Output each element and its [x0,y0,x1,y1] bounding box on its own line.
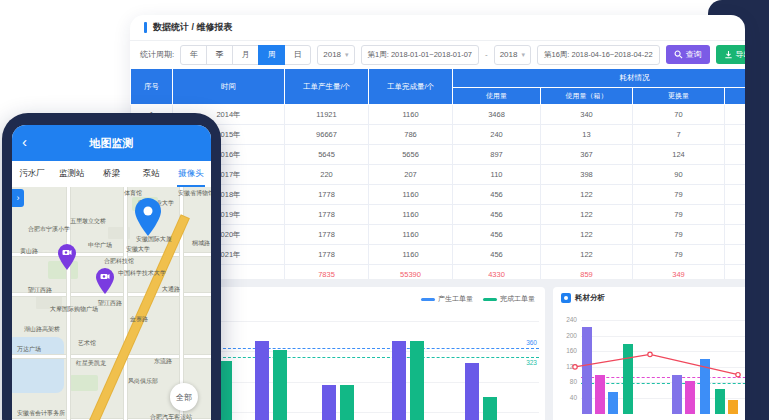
workorder-chart-plot: 360323 [212,287,545,420]
table-cell: 122 [541,185,633,205]
map-road [124,187,127,420]
y-axis-tick-label: 120 [557,363,577,370]
report-table: 序号时间工单产生量/个工单完成量/个耗材情况使用量使用量（箱）更换量金额1201… [130,68,745,305]
bar-generated [392,341,406,420]
table-row[interactable]: 72020年177811604561227967 [131,225,746,245]
map-label: 安徽省博物馆 [178,189,211,198]
table-cell: 124 [633,145,725,165]
table-cell: 79 [633,245,725,265]
export-button-label: 导出Excel [736,49,745,60]
phone-tab[interactable]: 桥梁 [92,161,132,187]
query-button[interactable]: 查询 [666,45,710,64]
table-row[interactable]: 82021年177811604561227967 [131,245,746,265]
phone-tab[interactable]: 泵站 [131,161,171,187]
map-label: 望江西路 [98,299,122,308]
period-option[interactable]: 周 [258,45,285,65]
map-label: 中国科学技术大学 [118,269,166,278]
export-excel-button[interactable]: 导出Excel [716,45,745,64]
table-cell: 3468 [453,105,541,125]
consumable-bar [700,359,710,414]
map-label: 风尚俱乐部 [128,377,158,386]
all-filter-button[interactable]: 全部 [170,383,198,411]
gridline [218,321,539,322]
table-cell: 1778 [285,205,369,225]
consumable-bar [623,344,633,414]
table-cell: 456 [453,185,541,205]
table-cell: 1778 [285,185,369,205]
map-view[interactable]: 体育馆安徽农业大学安徽省博物馆五里墩立交桥合肥市宁溪小学桐城路安徽国际大厦黄山路… [12,187,211,420]
phone-app-header: ‹ 地图监测 [12,125,211,161]
phone-mockup: ‹ 地图监测 污水厂监测站桥梁泵站摄像头 体育馆安徽农业大学安徽省博物馆五里 [2,113,221,420]
camera-pin[interactable] [56,243,78,271]
table-cell: 79 [633,205,725,225]
week-to-field[interactable]: 第16周: 2018-04-16~2018-04-22 [537,45,660,65]
map-label: 万达广场 [17,345,41,354]
bar-generated [465,363,479,420]
table-cell: 1160 [369,245,453,265]
consumable-bar [672,375,682,414]
map-label: 合肥科技馆 [104,257,134,266]
table-cell: 129 [725,145,746,165]
table-row[interactable]: 32016年56455656897367124129 [131,145,746,165]
table-cell: 90 [633,165,725,185]
map-label: 黄山路 [20,247,38,256]
map-expand-toggle[interactable]: › [12,189,24,207]
workorder-bar-chart-panel: 产生工单量 完成工单量 360323 [212,287,545,420]
breadcrumb-text: 数据统计 / 维修报表 [153,21,233,34]
year-from-select[interactable]: 2018 ▾ [317,45,354,65]
reference-line-label: 323 [526,359,537,366]
phone-tab[interactable]: 污水厂 [12,161,52,187]
table-cell: 1160 [369,105,453,125]
period-option[interactable]: 月 [232,45,259,65]
table-cell: 19 [725,165,746,185]
range-separator: - [485,50,488,59]
map-label: 合肥汽车客运站 [150,413,192,420]
y-axis-tick-label: 240 [557,316,577,323]
search-icon [674,50,683,59]
stage: 数据统计 / 维修报表 统计周期: 年季月周日 2018 ▾ 第1周: 2018… [0,0,769,420]
map-label: 大摩国际购物广场 [50,305,98,314]
table-cell: 897 [453,145,541,165]
period-option[interactable]: 季 [206,45,233,65]
sub-column-header: 金额 [725,88,746,105]
bar-completed [483,397,497,420]
phone-tab-bar: 污水厂监测站桥梁泵站摄像头 [12,161,211,188]
table-cell: 1778 [285,225,369,245]
back-chevron-icon[interactable]: ‹ [22,134,27,149]
map-label: 五里墩立交桥 [70,217,106,226]
table-cell: 456 [453,205,541,225]
table-row[interactable]: 42017年2202071103989019 [131,165,746,185]
phone-tab[interactable]: 监测站 [52,161,92,187]
phone-tab[interactable]: 摄像头 [171,161,211,187]
camera-pin[interactable] [94,267,116,295]
table-cell: 67 [725,225,746,245]
table-cell: 786 [369,125,453,145]
table-cell: 456 [453,245,541,265]
table-row[interactable]: 52018年177811604561227967 [131,185,746,205]
bar-completed [410,341,424,420]
week-from-field[interactable]: 第1周: 2018-01-01~2018-01-07 [361,45,479,65]
bar-generated [255,341,269,420]
map-label: 安徽省会计事务所 [17,409,65,418]
bar-generated [322,385,336,420]
map-label: 合肥市宁溪小学 [28,225,70,234]
year-to-select[interactable]: 2018 ▾ [494,45,531,65]
consumable-bar [685,381,695,414]
map-park-area [70,375,98,391]
breadcrumb-accent-bar [144,22,147,33]
phone-screen: ‹ 地图监测 污水厂监测站桥梁泵站摄像头 体育馆安徽农业大学安徽省博物馆五里 [12,125,211,420]
table-cell: 122 [541,245,633,265]
map-label: 桐城路 [192,239,210,248]
selected-camera-pin[interactable] [132,197,164,237]
table-cell: 456 [453,225,541,245]
period-option[interactable]: 年 [180,45,207,65]
table-row[interactable]: 22015年96667786240137690 [131,125,746,145]
table-row[interactable]: 12014年1192111603468340702500 [131,105,746,125]
table-cell: 1778 [285,245,369,265]
table-row[interactable]: 62019年177811604561227967 [131,205,746,225]
table-cell: 79 [633,185,725,205]
sub-column-header: 使用量 [453,88,541,105]
period-option[interactable]: 日 [284,45,311,65]
table-cell: 5645 [285,145,369,165]
gridline [581,367,745,368]
